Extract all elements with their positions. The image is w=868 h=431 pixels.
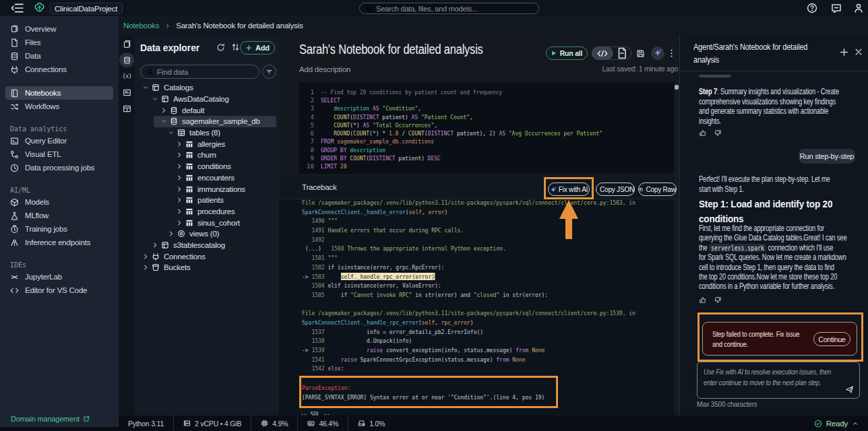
chevron-right-icon[interactable] [176, 152, 183, 158]
sidebar-item-inference-endpoints[interactable]: Inference endpoints [0, 236, 119, 249]
sidebar-item-jupyterlab[interactable]: JupyterLab [0, 270, 119, 284]
strip-snippets-icon[interactable] [123, 88, 131, 97]
run-all-button[interactable]: Run all [546, 46, 588, 60]
tree-item-label: s3tablescatalog [173, 241, 225, 249]
send-icon[interactable] [845, 385, 854, 394]
sidebar-item-label: Data [25, 52, 41, 60]
global-search-input[interactable]: Search data, files, and models... [359, 3, 539, 14]
close-icon[interactable] [855, 48, 863, 56]
chevron-right-icon[interactable] [176, 163, 183, 170]
sidebar-item-training-jobs[interactable]: Training jobs [0, 222, 119, 236]
code-view-button[interactable] [592, 46, 613, 60]
chevron-right-icon[interactable] [176, 141, 183, 147]
fix-with-ai-button[interactable]: Fix with AI [548, 183, 590, 196]
tree-item-label: conditions [197, 162, 231, 170]
sort-icon[interactable] [231, 42, 240, 52]
project-selector[interactable]: ClinicalDataProject [50, 3, 123, 14]
find-data-input[interactable]: Find data [140, 65, 259, 79]
strip-data-icon[interactable] [123, 56, 131, 65]
sidebar-item-data-processing-jobs[interactable]: Data processing jobs [0, 161, 119, 174]
sidebar-item-notebooks[interactable]: Notebooks [5, 86, 113, 100]
thumbs-down-icon[interactable] [714, 296, 722, 304]
tree-item-allergies[interactable]: allergies [135, 138, 279, 150]
status-item-46-4-[interactable]: 46.4% [297, 416, 348, 431]
chevron-right-icon[interactable] [142, 253, 149, 260]
tree-item-awsdatacatalog[interactable]: AwsDataCatalog [135, 94, 279, 105]
tree-item-tables-8-[interactable]: tables (8) [135, 127, 279, 139]
check-circle-icon [814, 420, 822, 428]
tree-item-churn[interactable]: churn [135, 150, 279, 161]
sidebar-item-workflows[interactable]: Workflows [0, 100, 119, 113]
feedback-icon[interactable] [831, 3, 842, 13]
copy-raw-button[interactable]: Copy Raw [638, 183, 677, 196]
status-item-python-3-11[interactable]: Python 3.11 [119, 416, 173, 431]
notebook-scrollbar-thumb[interactable] [675, 85, 679, 90]
copy-json-button[interactable]: Copy JSON [596, 183, 635, 196]
tree-item-default[interactable]: default [135, 104, 279, 116]
code-cell[interactable]: 12345678910 -- Find top 20 conditions by… [299, 82, 674, 174]
thumbs-down-icon[interactable] [714, 129, 722, 137]
chevron-down-icon[interactable] [168, 129, 175, 136]
sidebar-item-overview[interactable]: Overview [0, 22, 119, 36]
doc-view-button[interactable] [613, 47, 631, 59]
chevron-right-icon[interactable] [142, 264, 149, 271]
sidebar-item-data[interactable]: Data [0, 49, 119, 63]
sidebar-item-mlflow[interactable]: MLflow [0, 209, 119, 222]
chevron-right-icon[interactable] [168, 230, 175, 237]
kebab-menu-icon[interactable] [671, 48, 673, 58]
new-chat-icon[interactable] [840, 48, 848, 57]
strip-files-icon[interactable] [123, 40, 131, 48]
tree-item-encounters[interactable]: encounters [135, 172, 279, 184]
chevron-right-icon[interactable] [160, 107, 167, 114]
chevron-right-icon[interactable] [176, 220, 183, 226]
add-data-button[interactable]: Add [240, 41, 275, 55]
breadcrumb-notebooks-link[interactable]: Notebooks [123, 22, 159, 30]
tree-item-patients[interactable]: patients [135, 195, 279, 206]
status-item-2-vcpu-4-gib[interactable]: 2 vCPU • 4 GiB [173, 416, 251, 431]
tree-item-s3tablescatalog[interactable]: s3tablescatalog [135, 240, 279, 251]
sidebar-item-query-editor[interactable]: Query Editor [0, 134, 119, 147]
tree-item-sinus-cohort[interactable]: sinus_cohort [135, 217, 279, 228]
domain-management-link[interactable]: Domain management [11, 415, 90, 423]
help-icon[interactable] [807, 3, 817, 13]
thumbs-up-icon[interactable] [699, 296, 706, 304]
chevron-right-icon[interactable] [176, 174, 183, 181]
add-description-link[interactable]: Add description [299, 65, 350, 73]
chevron-down-icon[interactable] [160, 118, 167, 125]
chevron-right-icon[interactable] [176, 197, 183, 203]
strip-tables-icon[interactable] [123, 104, 131, 113]
run-step-by-step-button[interactable]: Run step-by-step [799, 149, 855, 164]
chevron-down-icon[interactable] [152, 96, 158, 102]
tree-item-buckets[interactable]: Buckets [135, 262, 279, 273]
tree-item-sagemaker-sample-db[interactable]: sagemaker_sample_db [135, 116, 279, 127]
sidebar-item-models[interactable]: Models [0, 195, 119, 209]
strip-variables-icon[interactable]: {x} [123, 72, 131, 81]
tree-item-conditions[interactable]: conditions [135, 161, 279, 172]
user-icon[interactable] [853, 3, 864, 13]
thumbs-up-icon[interactable] [699, 129, 706, 137]
sidebar-item-connections[interactable]: Connections [0, 63, 119, 76]
sidebar-collapse-icon[interactable] [11, 2, 24, 14]
tree-item-immunizations[interactable]: immunizations [135, 183, 279, 195]
tree-item-procedures[interactable]: procedures [135, 206, 279, 218]
status-item-1-0-[interactable]: 1.0% [348, 416, 394, 431]
tree-item-views-0-[interactable]: views (0) [135, 228, 279, 240]
tree-item-catalogs[interactable]: Catalogs [135, 82, 279, 94]
chevron-right-icon[interactable] [176, 208, 183, 215]
search-icon [365, 5, 373, 12]
refresh-icon[interactable] [216, 43, 225, 52]
continue-button[interactable]: Continue [813, 332, 850, 346]
tree-item-connections[interactable]: Connections [135, 251, 279, 262]
ai-assistant-button[interactable] [651, 46, 664, 60]
save-icon[interactable] [636, 49, 645, 58]
filter-button[interactable] [262, 65, 276, 79]
chevron-right-icon[interactable] [152, 242, 158, 248]
agent-chat-input[interactable]: Use Fix with AI to resolve execution iss… [697, 362, 860, 399]
chevron-right-icon[interactable] [176, 186, 183, 193]
sidebar-item-editor-for-vs-code[interactable]: Editor for VS Code [0, 284, 119, 297]
status-item-4-9-[interactable]: 4.9% [251, 416, 297, 431]
sidebar-item-files[interactable]: Files [0, 36, 119, 49]
sidebar-item-visual-etl[interactable]: Visual ETL [0, 147, 119, 161]
chevron-down-icon[interactable] [142, 84, 149, 91]
kernel-status[interactable]: Ready [814, 416, 859, 431]
